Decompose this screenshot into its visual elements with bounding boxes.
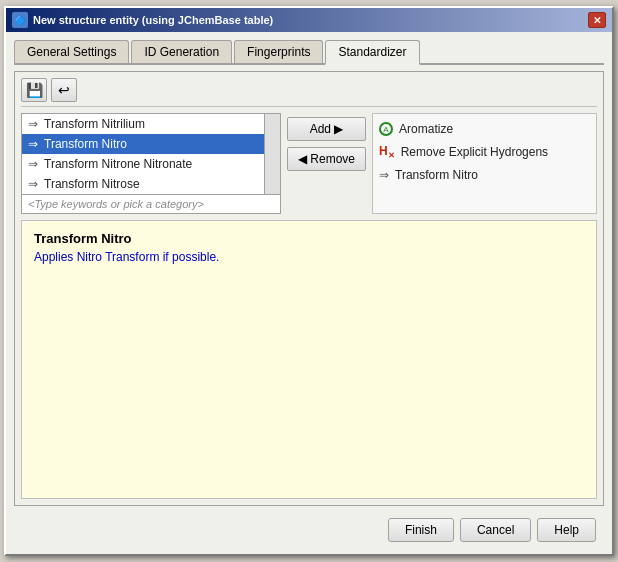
finish-button[interactable]: Finish	[388, 518, 454, 542]
list-item-label: Transform Nitrone Nitronate	[44, 157, 192, 171]
tab-bar: General Settings ID Generation Fingerpri…	[14, 40, 604, 65]
list-item-label: Transform Nitrose	[44, 177, 140, 191]
transform-list: ⇒ Transform Nitrilium ⇒ Transform Nitro …	[22, 114, 264, 194]
window-title: New structure entity (using JChemBase ta…	[33, 14, 273, 26]
arrow-icon: ⇒	[28, 137, 38, 151]
middle-buttons: Add ▶ ◀ Remove	[287, 113, 366, 214]
tab-fingerprints[interactable]: Fingerprints	[234, 40, 323, 63]
toolbar: 💾 ↩	[21, 78, 597, 107]
description-body: Applies Nitro Transform if possible.	[34, 250, 584, 264]
title-bar: 🔷 New structure entity (using JChemBase …	[6, 8, 612, 32]
right-item-label: Remove Explicit Hydrogens	[401, 145, 548, 159]
tab-id-generation[interactable]: ID Generation	[131, 40, 232, 63]
restore-button[interactable]: ↩	[51, 78, 77, 102]
right-item-remove-h: H✕ Remove Explicit Hydrogens	[379, 142, 590, 162]
list-item-label: Transform Nitrilium	[44, 117, 145, 131]
right-item-aromatize: A Aromatize	[379, 120, 590, 138]
main-panel: ⇒ Transform Nitrilium ⇒ Transform Nitro …	[21, 113, 597, 214]
window-body: General Settings ID Generation Fingerpri…	[6, 32, 612, 554]
content-area: 💾 ↩ ⇒ Transform Nitrilium	[14, 71, 604, 506]
description-title: Transform Nitro	[34, 231, 584, 246]
restore-icon: ↩	[58, 82, 70, 98]
aromatize-icon: A	[379, 122, 393, 136]
tab-general-settings[interactable]: General Settings	[14, 40, 129, 63]
right-panel: A Aromatize H✕ Remove Explicit Hydrogens…	[372, 113, 597, 214]
list-scrollbar[interactable]	[264, 114, 280, 194]
list-panel: ⇒ Transform Nitrilium ⇒ Transform Nitro …	[21, 113, 281, 214]
list-item-label: Transform Nitro	[44, 137, 127, 151]
right-item-label: Aromatize	[399, 122, 453, 136]
arrow-icon: ⇒	[28, 117, 38, 131]
main-window: 🔷 New structure entity (using JChemBase …	[4, 6, 614, 556]
save-icon: 💾	[26, 82, 43, 98]
help-button[interactable]: Help	[537, 518, 596, 542]
list-search-footer[interactable]: <Type keywords or pick a category>	[22, 194, 280, 213]
tab-standardizer[interactable]: Standardizer	[325, 40, 419, 65]
list-item[interactable]: ⇒ Transform Nitrose	[22, 174, 264, 194]
right-item-label: Transform Nitro	[395, 168, 478, 182]
cancel-button[interactable]: Cancel	[460, 518, 531, 542]
transform-arrow-icon: ⇒	[379, 168, 389, 182]
footer: Finish Cancel Help	[14, 512, 604, 546]
remove-h-icon: H✕	[379, 144, 395, 160]
window-icon: 🔷	[12, 12, 28, 28]
list-item[interactable]: ⇒ Transform Nitro	[22, 134, 264, 154]
list-item[interactable]: ⇒ Transform Nitrone Nitronate	[22, 154, 264, 174]
arrow-icon: ⇒	[28, 157, 38, 171]
close-button[interactable]: ✕	[588, 12, 606, 28]
right-item-transform-nitro: ⇒ Transform Nitro	[379, 166, 590, 184]
remove-button[interactable]: ◀ Remove	[287, 147, 366, 171]
description-panel: Transform Nitro Applies Nitro Transform …	[21, 220, 597, 499]
list-item[interactable]: ⇒ Transform Nitrilium	[22, 114, 264, 134]
add-button[interactable]: Add ▶	[287, 117, 366, 141]
arrow-icon: ⇒	[28, 177, 38, 191]
save-button[interactable]: 💾	[21, 78, 47, 102]
